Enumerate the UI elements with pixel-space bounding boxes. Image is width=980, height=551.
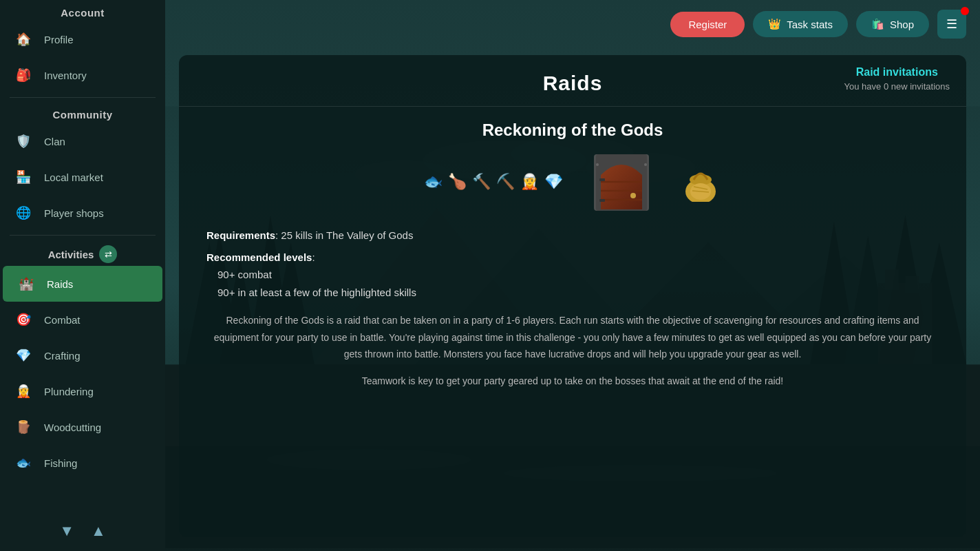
main-content: Register 👑 Task stats 🛍️ Shop ☰ Raids Ra… <box>165 0 980 551</box>
raid-requirements: Requirements: 25 kills in The Valley of … <box>206 227 939 301</box>
clan-icon: 🛡️ <box>12 130 34 152</box>
requirements-line: Requirements: 25 kills in The Valley of … <box>206 227 939 245</box>
task-stats-label: Task stats <box>787 19 833 30</box>
skill-icon-cooking: 🍗 <box>448 173 467 191</box>
sidebar-label-raids: Raids <box>47 278 73 290</box>
menu-button[interactable]: ☰ <box>937 10 966 39</box>
inventory-icon: 🎒 <box>12 64 34 86</box>
woodcutting-icon: 🪵 <box>12 416 34 438</box>
sidebar-label-fishing: Fishing <box>44 457 77 469</box>
svg-point-30 <box>630 193 636 198</box>
nav-down-button[interactable]: ▼ <box>59 522 74 540</box>
swap-icon[interactable]: ⇄ <box>99 245 117 263</box>
home-icon: 🏠 <box>12 28 34 50</box>
combat-icon: 🎯 <box>12 309 34 331</box>
activities-header: Activities ⇄ <box>0 240 165 266</box>
sidebar-item-woodcutting[interactable]: 🪵 Woodcutting <box>0 409 165 445</box>
shop-label: Shop <box>890 19 914 30</box>
top-bar: Register 👑 Task stats 🛍️ Shop ☰ <box>165 0 980 48</box>
raid-door-image <box>590 151 652 213</box>
activities-section-label: Activities <box>48 249 94 260</box>
menu-hamburger-icon: ☰ <box>946 17 957 32</box>
recommended-levels-line: Recommended levels: <box>206 249 939 267</box>
sidebar-item-player-shops[interactable]: 🌐 Player shops <box>0 195 165 231</box>
svg-point-33 <box>596 163 599 166</box>
raids-title: Raids <box>193 72 952 95</box>
register-button[interactable]: Register <box>670 12 745 37</box>
skill-icon-gem: 💎 <box>544 173 563 191</box>
raids-icon: 🏰 <box>15 273 37 295</box>
account-section-label: Account <box>0 0 165 21</box>
requirements-label: Requirements <box>206 229 275 241</box>
sidebar-label-profile: Profile <box>44 34 74 45</box>
requirements-value: : 25 kills in The Valley of Gods <box>275 229 413 241</box>
skill-icon-pickaxe: ⛏️ <box>496 173 515 191</box>
sidebar-item-inventory[interactable]: 🎒 Inventory <box>0 57 165 93</box>
sidebar-label-crafting: Crafting <box>44 350 81 362</box>
task-stats-button[interactable]: 👑 Task stats <box>753 11 848 37</box>
plundering-icon: 🧝 <box>12 380 34 402</box>
raids-panel: Raids Raid invitations You have 0 new in… <box>179 55 966 537</box>
svg-rect-32 <box>599 199 605 202</box>
crown-icon: 👑 <box>768 18 781 30</box>
sidebar-label-player-shops: Player shops <box>44 207 104 219</box>
sidebar-label-combat: Combat <box>44 314 81 326</box>
sidebar-bottom-nav: ▼ ▲ <box>0 514 165 551</box>
raid-invitations-box: Raid invitations You have 0 new invitati… <box>844 66 950 92</box>
shop-button[interactable]: 🛍️ Shop <box>856 11 929 37</box>
raid-center-row: 🐟 🍗 🔨 ⛏️ 🧝 💎 <box>206 151 939 213</box>
svg-rect-31 <box>599 178 605 181</box>
recommended-combat: 90+ combat <box>206 266 939 284</box>
sidebar-item-raids[interactable]: 🏰 Raids <box>3 266 162 302</box>
shop-bag-icon: 🛍️ <box>871 18 884 30</box>
community-section-label: Community <box>0 102 165 123</box>
recommended-colon: : <box>312 251 315 263</box>
raids-body: Reckoning of the Gods 🐟 🍗 🔨 ⛏️ 🧝 💎 <box>179 107 966 537</box>
nav-up-button[interactable]: ▲ <box>91 522 106 540</box>
sidebar-item-fishing[interactable]: 🐟 Fishing <box>0 445 165 481</box>
raid-description-1: Reckoning of the Gods is a raid that can… <box>206 312 939 363</box>
notification-dot <box>961 7 969 15</box>
player-shops-icon: 🌐 <box>12 202 34 224</box>
divider-community <box>10 97 156 98</box>
skill-icon-magic: 🧝 <box>520 173 539 191</box>
raid-invitations-text: You have 0 new invitations <box>844 81 950 92</box>
sidebar-item-crafting[interactable]: 💎 Crafting <box>0 337 165 373</box>
raid-invitations-title: Raid invitations <box>844 66 950 79</box>
market-icon: 🏪 <box>12 166 34 188</box>
raids-panel-header: Raids Raid invitations You have 0 new in… <box>179 55 966 107</box>
sidebar-item-profile[interactable]: 🏠 Profile <box>0 21 165 57</box>
sidebar-item-plundering[interactable]: 🧝 Plundering <box>0 373 165 409</box>
skill-icon-hammer: 🔨 <box>472 173 491 191</box>
sidebar: Account 🏠 Profile 🎒 Inventory Community … <box>0 0 165 551</box>
sidebar-label-local-market: Local market <box>44 171 103 183</box>
sidebar-label-clan: Clan <box>44 136 65 147</box>
recommended-label: Recommended levels <box>206 251 312 263</box>
recommended-skills: 90+ in at least a few of the highlighted… <box>206 284 939 302</box>
raid-reward-bag <box>680 154 721 210</box>
sidebar-item-local-market[interactable]: 🏪 Local market <box>0 159 165 195</box>
crafting-icon: 💎 <box>12 344 34 366</box>
sidebar-item-combat[interactable]: 🎯 Combat <box>0 302 165 337</box>
fishing-icon: 🐟 <box>12 452 34 474</box>
raid-name: Reckoning of the Gods <box>206 121 939 140</box>
sidebar-item-clan[interactable]: 🛡️ Clan <box>0 123 165 159</box>
raid-skill-icons: 🐟 🍗 🔨 ⛏️ 🧝 💎 <box>424 173 563 191</box>
raid-description-2: Teamwork is key to get your party geared… <box>206 373 939 390</box>
sidebar-label-inventory: Inventory <box>44 70 87 81</box>
skill-icon-fish: 🐟 <box>424 173 443 191</box>
sidebar-label-woodcutting: Woodcutting <box>44 422 101 433</box>
svg-point-34 <box>644 163 647 166</box>
divider-activities <box>10 235 156 236</box>
sidebar-label-plundering: Plundering <box>44 386 94 397</box>
